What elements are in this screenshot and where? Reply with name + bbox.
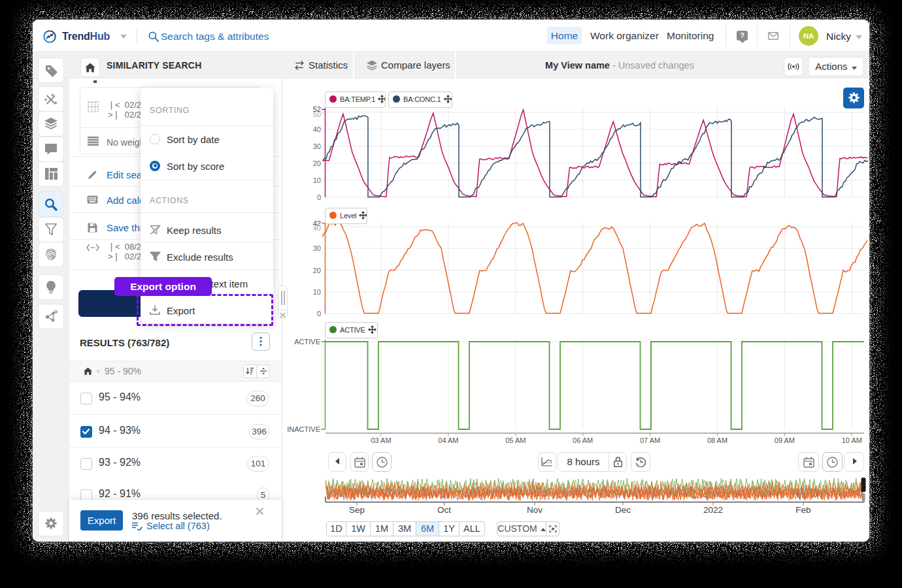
svg-text:ACTIVE: ACTIVE (294, 338, 320, 346)
svg-text:07 AM: 07 AM (640, 436, 660, 444)
svg-text:50: 50 (313, 110, 321, 118)
svg-text:0: 0 (317, 310, 321, 318)
svg-text:30: 30 (313, 244, 321, 252)
svg-text:10 AM: 10 AM (842, 436, 862, 444)
svg-text:Feb: Feb (795, 505, 810, 515)
svg-text:10: 10 (313, 176, 321, 184)
svg-text:Nov: Nov (527, 505, 543, 515)
svg-text:0: 0 (317, 193, 321, 201)
svg-text:30: 30 (313, 142, 321, 150)
svg-text:03 AM: 03 AM (371, 436, 391, 444)
svg-text:05 AM: 05 AM (505, 436, 526, 444)
svg-text:06 AM: 06 AM (573, 436, 593, 444)
svg-text:04 AM: 04 AM (438, 436, 458, 444)
svg-text:20: 20 (313, 267, 321, 274)
svg-text:40: 40 (313, 224, 321, 232)
svg-text:INACTIVE: INACTIVE (287, 425, 320, 433)
svg-text:2022: 2022 (703, 505, 723, 515)
svg-text:08 AM: 08 AM (707, 436, 727, 444)
svg-text:40: 40 (313, 125, 321, 133)
svg-text:09 AM: 09 AM (775, 436, 795, 444)
svg-text:Dec: Dec (615, 505, 631, 515)
svg-text:Oct: Oct (437, 505, 451, 515)
svg-text:Sep: Sep (349, 505, 365, 515)
svg-text:10: 10 (313, 288, 321, 296)
svg-text:20: 20 (313, 159, 321, 167)
